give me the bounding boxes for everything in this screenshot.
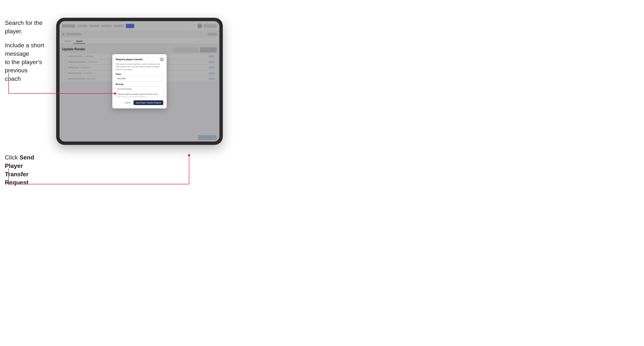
annotation-click: Click Send Player Transfer Request [5, 153, 54, 187]
annotation-message: Include a short message to the player's … [5, 41, 54, 83]
message-textarea[interactable]: Hi Coach McHarg, Please accept this tran… [116, 86, 163, 97]
modal-footer: Cancel Send Player Transfer Request [116, 100, 163, 105]
cancel-button[interactable]: Cancel [123, 101, 132, 105]
annotation-search: Search for the player. [5, 19, 54, 35]
modal-description: If the player is transferring from anoth… [116, 63, 163, 71]
modal-dialog: Request player transfer × If the player … [112, 54, 166, 108]
modal-close-button[interactable]: × [160, 58, 163, 61]
send-transfer-button[interactable]: Send Player Transfer Request [134, 100, 163, 105]
modal-overlay: Request player transfer × If the player … [60, 21, 220, 142]
modal-header: Request player transfer × [116, 58, 163, 61]
player-input[interactable] [116, 76, 163, 81]
svg-marker-7 [188, 153, 190, 156]
tablet-device: Roster Squad Update Roster [56, 18, 223, 145]
message-label: Message [116, 83, 163, 85]
player-label: Player [116, 73, 163, 75]
modal-title: Request player transfer [116, 58, 143, 61]
